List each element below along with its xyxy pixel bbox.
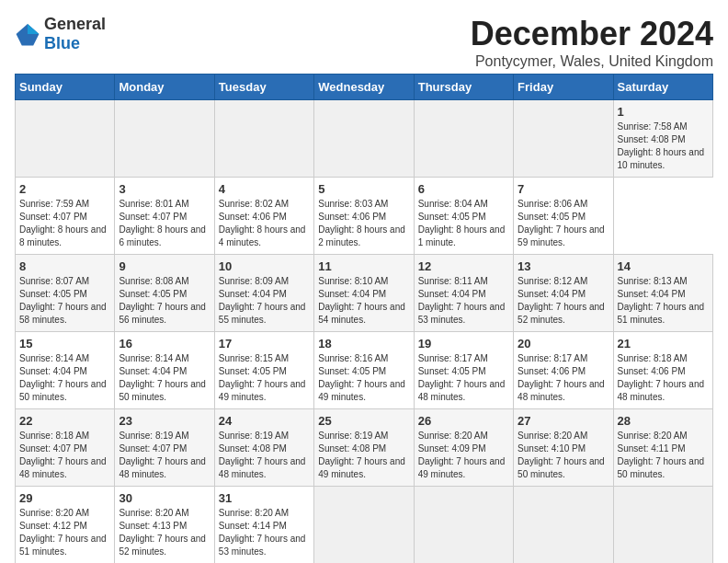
day-header-friday: Friday [514, 75, 613, 100]
day-info: Sunrise: 8:17 AMSunset: 4:05 PMDaylight:… [418, 353, 506, 402]
day-number: 25 [318, 414, 409, 428]
day-info: Sunrise: 8:16 AMSunset: 4:05 PMDaylight:… [318, 353, 405, 402]
week-row-4: 15 Sunrise: 8:14 AMSunset: 4:04 PMDaylig… [16, 332, 713, 409]
day-info: Sunrise: 8:09 AMSunset: 4:04 PMDaylight:… [219, 276, 306, 325]
calendar-cell: 24 Sunrise: 8:19 AMSunset: 4:08 PMDaylig… [214, 409, 313, 487]
calendar-cell: 4 Sunrise: 8:02 AMSunset: 4:06 PMDayligh… [214, 178, 313, 255]
day-info: Sunrise: 8:08 AMSunset: 4:05 PMDaylight:… [119, 276, 206, 325]
day-number: 3 [119, 182, 210, 196]
calendar-cell [514, 487, 613, 564]
day-number: 20 [518, 337, 609, 350]
day-number: 13 [518, 259, 609, 273]
calendar-cell: 29 Sunrise: 8:20 AMSunset: 4:12 PMDaylig… [16, 487, 115, 564]
calendar-cell: 5 Sunrise: 8:03 AMSunset: 4:06 PMDayligh… [314, 178, 414, 255]
day-info: Sunrise: 8:07 AMSunset: 4:05 PMDaylight:… [19, 276, 107, 325]
calendar-cell: 30 Sunrise: 8:20 AMSunset: 4:13 PMDaylig… [115, 487, 214, 564]
calendar-table: SundayMondayTuesdayWednesdayThursdayFrid… [15, 74, 713, 563]
day-number: 28 [618, 414, 709, 428]
calendar-cell: 18 Sunrise: 8:16 AMSunset: 4:05 PMDaylig… [314, 332, 414, 409]
calendar-cell: 27 Sunrise: 8:20 AMSunset: 4:10 PMDaylig… [514, 409, 613, 487]
page-title: December 2024 [471, 15, 713, 53]
calendar-cell: 16 Sunrise: 8:14 AMSunset: 4:04 PMDaylig… [115, 332, 214, 409]
calendar-cell [314, 487, 414, 564]
calendar-cell: 15 Sunrise: 8:14 AMSunset: 4:04 PMDaylig… [16, 332, 115, 409]
calendar-cell: 13 Sunrise: 8:12 AMSunset: 4:04 PMDaylig… [514, 255, 613, 332]
day-number: 11 [318, 259, 409, 273]
day-header-monday: Monday [115, 75, 214, 100]
day-info: Sunrise: 8:04 AMSunset: 4:05 PMDaylight:… [418, 199, 506, 247]
calendar-cell [414, 100, 513, 178]
day-info: Sunrise: 8:20 AMSunset: 4:12 PMDaylight:… [19, 508, 107, 557]
day-info: Sunrise: 8:20 AMSunset: 4:09 PMDaylight:… [418, 431, 506, 479]
day-number: 29 [19, 491, 110, 505]
day-info: Sunrise: 8:19 AMSunset: 4:07 PMDaylight:… [119, 431, 206, 479]
day-info: Sunrise: 8:06 AMSunset: 4:05 PMDaylight:… [518, 199, 605, 247]
day-info: Sunrise: 8:12 AMSunset: 4:04 PMDaylight:… [518, 276, 605, 325]
day-number: 7 [518, 182, 609, 196]
header: General Blue December 2024 Pontycymer, W… [15, 15, 713, 70]
day-info: Sunrise: 7:59 AMSunset: 4:07 PMDaylight:… [19, 199, 107, 247]
logo-text: General Blue [44, 15, 106, 53]
day-number: 14 [618, 259, 709, 273]
day-header-sunday: Sunday [16, 75, 115, 100]
calendar-cell: 21 Sunrise: 8:18 AMSunset: 4:06 PMDaylig… [613, 332, 712, 409]
day-number: 19 [418, 337, 509, 350]
logo: General Blue [15, 15, 106, 53]
calendar-cell: 8 Sunrise: 8:07 AMSunset: 4:05 PMDayligh… [16, 255, 115, 332]
day-number: 18 [318, 337, 409, 350]
day-info: Sunrise: 8:03 AMSunset: 4:06 PMDaylight:… [318, 199, 405, 247]
page-subtitle: Pontycymer, Wales, United Kingdom [471, 53, 713, 70]
day-number: 23 [119, 414, 210, 428]
day-number: 9 [119, 259, 210, 273]
day-info: Sunrise: 8:11 AMSunset: 4:04 PMDaylight:… [418, 276, 506, 325]
day-info: Sunrise: 8:20 AMSunset: 4:13 PMDaylight:… [119, 508, 206, 557]
calendar-cell: 17 Sunrise: 8:15 AMSunset: 4:05 PMDaylig… [214, 332, 313, 409]
day-info: Sunrise: 8:10 AMSunset: 4:04 PMDaylight:… [318, 276, 405, 325]
day-info: Sunrise: 8:20 AMSunset: 4:10 PMDaylight:… [518, 431, 605, 479]
calendar-cell: 9 Sunrise: 8:08 AMSunset: 4:05 PMDayligh… [115, 255, 214, 332]
week-row-3: 8 Sunrise: 8:07 AMSunset: 4:05 PMDayligh… [16, 255, 713, 332]
day-number: 1 [618, 105, 709, 119]
calendar-cell [115, 100, 214, 178]
day-number: 5 [318, 182, 409, 196]
day-number: 4 [219, 182, 310, 196]
day-number: 17 [219, 337, 310, 350]
day-number: 26 [418, 414, 509, 428]
day-header-thursday: Thursday [414, 75, 513, 100]
day-number: 30 [119, 491, 210, 505]
title-area: December 2024 Pontycymer, Wales, United … [471, 15, 713, 70]
day-info: Sunrise: 8:18 AMSunset: 4:06 PMDaylight:… [618, 353, 705, 402]
day-info: Sunrise: 8:13 AMSunset: 4:04 PMDaylight:… [618, 276, 705, 325]
day-header-tuesday: Tuesday [214, 75, 313, 100]
week-row-5: 22 Sunrise: 8:18 AMSunset: 4:07 PMDaylig… [16, 409, 713, 487]
calendar-cell: 3 Sunrise: 8:01 AMSunset: 4:07 PMDayligh… [115, 178, 214, 255]
calendar-cell: 7 Sunrise: 8:06 AMSunset: 4:05 PMDayligh… [514, 178, 613, 255]
day-number: 31 [219, 491, 310, 505]
calendar-cell: 2 Sunrise: 7:59 AMSunset: 4:07 PMDayligh… [16, 178, 115, 255]
calendar-cell: 20 Sunrise: 8:17 AMSunset: 4:06 PMDaylig… [514, 332, 613, 409]
day-number: 24 [219, 414, 310, 428]
calendar-cell [314, 100, 414, 178]
calendar-cell: 22 Sunrise: 8:18 AMSunset: 4:07 PMDaylig… [16, 409, 115, 487]
day-number: 27 [518, 414, 609, 428]
day-number: 22 [19, 414, 110, 428]
day-info: Sunrise: 8:02 AMSunset: 4:06 PMDaylight:… [219, 199, 306, 247]
day-info: Sunrise: 8:17 AMSunset: 4:06 PMDaylight:… [518, 353, 605, 402]
calendar-cell [214, 100, 313, 178]
calendar-cell: 28 Sunrise: 8:20 AMSunset: 4:11 PMDaylig… [613, 409, 712, 487]
calendar-cell [16, 100, 115, 178]
day-info: Sunrise: 8:15 AMSunset: 4:05 PMDaylight:… [219, 353, 306, 402]
calendar-cell: 31 Sunrise: 8:20 AMSunset: 4:14 PMDaylig… [214, 487, 313, 564]
calendar-cell [414, 487, 513, 564]
week-row-2: 2 Sunrise: 7:59 AMSunset: 4:07 PMDayligh… [16, 178, 713, 255]
day-info: Sunrise: 8:18 AMSunset: 4:07 PMDaylight:… [19, 431, 107, 479]
calendar-cell: 23 Sunrise: 8:19 AMSunset: 4:07 PMDaylig… [115, 409, 214, 487]
calendar-cell: 25 Sunrise: 8:19 AMSunset: 4:08 PMDaylig… [314, 409, 414, 487]
day-number: 6 [418, 182, 509, 196]
calendar-cell: 19 Sunrise: 8:17 AMSunset: 4:05 PMDaylig… [414, 332, 513, 409]
svg-marker-1 [28, 24, 39, 34]
calendar-cell [514, 100, 613, 178]
day-number: 12 [418, 259, 509, 273]
calendar-cell: 12 Sunrise: 8:11 AMSunset: 4:04 PMDaylig… [414, 255, 513, 332]
week-row-1: 1 Sunrise: 7:58 AMSunset: 4:08 PMDayligh… [16, 100, 713, 178]
